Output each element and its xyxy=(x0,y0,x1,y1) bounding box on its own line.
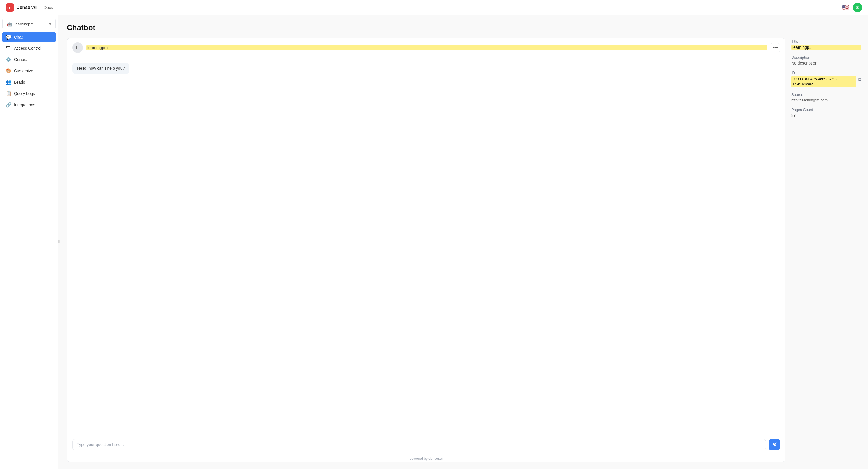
sidebar: 🤖 learningpm... ▾ 💬 Chat 🛡 Access Contro… xyxy=(0,15,58,469)
sidebar-item-label: Integrations xyxy=(14,102,35,107)
sidebar-item-leads[interactable]: 👥 Leads xyxy=(2,77,56,88)
logo-icon: D xyxy=(6,3,14,11)
sidebar-item-label: Leads xyxy=(14,80,25,85)
sidebar-item-label: Access Control xyxy=(14,46,41,51)
language-button[interactable]: 🇺🇸 xyxy=(841,3,850,12)
info-description-value: No description xyxy=(791,61,861,65)
info-id-field: ID ff00001a-b4e5-4cb9-82e1-1b9f1a1ce85 ⧉ xyxy=(791,71,861,87)
info-description-label: Description xyxy=(791,55,861,60)
chat-icon: 💬 xyxy=(6,34,11,40)
docs-link[interactable]: Docs xyxy=(43,5,53,10)
sidebar-item-label: Customize xyxy=(14,69,33,73)
sidebar-item-general[interactable]: ⚙️ General xyxy=(2,54,56,65)
query-logs-icon: 📋 xyxy=(6,91,11,96)
shield-icon: 🛡 xyxy=(6,45,11,51)
chat-more-button[interactable]: ••• xyxy=(771,43,780,52)
chevron-down-icon: ▾ xyxy=(49,22,51,26)
chat-send-button[interactable] xyxy=(769,439,780,450)
bot-icon: 🤖 xyxy=(7,21,12,27)
topnav: D DenserAI Docs 🇺🇸 S xyxy=(0,0,868,15)
sidebar-item-integrations[interactable]: 🔗 Integrations xyxy=(2,99,56,110)
main-layout: 🤖 learningpm... ▾ 💬 Chat 🛡 Access Contro… xyxy=(0,15,868,469)
info-pages-value: 87 xyxy=(791,113,861,118)
logo[interactable]: D DenserAI xyxy=(6,3,37,11)
logo-text: DenserAI xyxy=(16,5,37,10)
gear-icon: ⚙️ xyxy=(6,57,11,62)
chat-bubble: Hello, how can I help you? xyxy=(72,63,129,73)
chat-header-name: learningpm... xyxy=(86,45,767,50)
integrations-icon: 🔗 xyxy=(6,102,11,107)
chat-input[interactable] xyxy=(72,439,766,450)
info-source-label: Source xyxy=(791,92,861,97)
send-icon xyxy=(772,442,777,447)
chatbot-dropdown[interactable]: 🤖 learningpm... ▾ xyxy=(2,19,56,29)
info-panel: Title learningp... Description No descri… xyxy=(791,38,861,462)
info-source-field: Source http://learningpm.com/ xyxy=(791,92,861,102)
sidebar-item-label: General xyxy=(14,57,29,62)
info-pages-label: Pages Count xyxy=(791,107,861,112)
copy-id-button[interactable]: ⧉ xyxy=(858,77,861,82)
sidebar-item-chat[interactable]: 💬 Chat xyxy=(2,32,56,42)
info-title-label: Title xyxy=(791,39,861,43)
chat-panel: L learningpm... ••• Hello, how can I hel… xyxy=(67,38,785,462)
page-title: Chatbot xyxy=(67,23,861,32)
chat-header-avatar: L xyxy=(72,42,83,53)
content-area: Chatbot L learningpm... ••• Hello, how c… xyxy=(60,15,868,469)
chat-header: L learningpm... ••• xyxy=(67,38,785,57)
sidebar-nav: 💬 Chat 🛡 Access Control ⚙️ General 🎨 Cus… xyxy=(0,32,58,110)
sidebar-item-query-logs[interactable]: 📋 Query Logs xyxy=(2,88,56,99)
chat-info-layout: L learningpm... ••• Hello, how can I hel… xyxy=(67,38,861,462)
info-title-field: Title learningp... xyxy=(791,39,861,50)
sidebar-item-access-control[interactable]: 🛡 Access Control xyxy=(2,43,56,54)
info-id-label: ID xyxy=(791,71,861,75)
info-title-value: learningp... xyxy=(791,45,861,50)
svg-text:D: D xyxy=(7,6,10,10)
powered-by: powered by denser.ai xyxy=(67,454,785,462)
info-id-value: ff00001a-b4e5-4cb9-82e1-1b9f1a1ce85 xyxy=(791,76,856,87)
user-avatar[interactable]: S xyxy=(853,3,862,12)
topnav-left: D DenserAI Docs xyxy=(6,3,53,11)
sidebar-item-customize[interactable]: 🎨 Customize xyxy=(2,65,56,76)
info-source-value: http://learningpm.com/ xyxy=(791,98,861,102)
chat-messages: Hello, how can I help you? xyxy=(67,57,785,435)
sidebar-item-label: Chat xyxy=(14,35,23,39)
customize-icon: 🎨 xyxy=(6,68,11,73)
topnav-right: 🇺🇸 S xyxy=(841,3,862,12)
info-description-field: Description No description xyxy=(791,55,861,65)
chat-input-area xyxy=(67,435,785,454)
info-pages-field: Pages Count 87 xyxy=(791,107,861,118)
sidebar-item-label: Query Logs xyxy=(14,91,35,96)
dropdown-label: learningpm... xyxy=(15,22,37,26)
leads-icon: 👥 xyxy=(6,79,11,85)
